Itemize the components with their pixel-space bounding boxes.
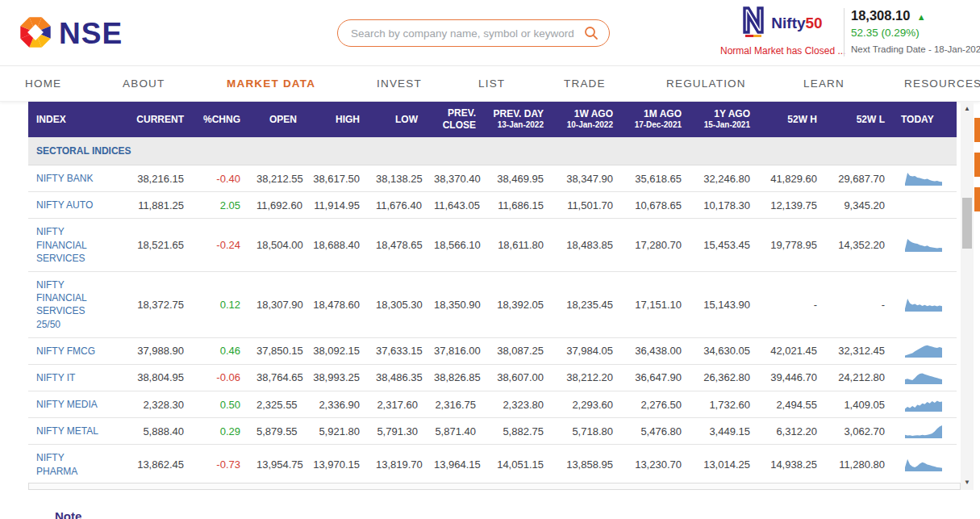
1m-ago-value: 13,230.70 xyxy=(621,445,690,483)
top-header: NSE Nifty50 Normal Market has Closed ... xyxy=(0,0,980,66)
table-row: NIFTY AUTO 11,881.25 2.05 11,692.60 11,9… xyxy=(28,192,957,219)
current-value: 18,372.75 xyxy=(115,271,192,337)
current-value: 13,862.45 xyxy=(115,445,192,483)
col-prev-day[interactable]: PREV. DAY13-Jan-2022 xyxy=(484,102,552,137)
high-value: 38,617.50 xyxy=(305,165,368,192)
52w-high-value: - xyxy=(758,271,825,337)
col-52w-l[interactable]: 52W L xyxy=(825,102,893,137)
table-header: INDEX CURRENT %CHNG OPEN HIGH LOW PREV. … xyxy=(28,102,957,137)
nav-trade[interactable]: TRADE xyxy=(564,77,606,90)
index-name-link[interactable]: NIFTY MEDIA xyxy=(28,391,115,418)
current-value: 38,216.15 xyxy=(115,165,192,192)
1w-ago-value: 37,984.05 xyxy=(552,337,621,364)
nav-regulation[interactable]: REGULATION xyxy=(666,77,746,90)
prev-day-value: 38,607.00 xyxy=(484,364,552,391)
index-quote: 18,308.10 ▲ 52.35 (0.29%) Next Trading D… xyxy=(851,8,978,54)
index-name-link[interactable]: NIFTY METAL xyxy=(28,418,115,445)
nifty50-logo-icon xyxy=(739,5,768,42)
open-value: 38,764.65 xyxy=(248,364,305,391)
table-row: NIFTY MEDIA 2,328.30 0.50 2,325.55 2,336… xyxy=(28,391,957,418)
index-name-link[interactable]: NIFTY BANK xyxy=(28,165,115,192)
1y-ago-value: 10,178.30 xyxy=(690,192,758,219)
52w-high-value: 2,494.55 xyxy=(758,391,825,418)
prev-day-value: 11,686.15 xyxy=(484,192,552,219)
1m-ago-value: 5,476.80 xyxy=(621,418,690,445)
1w-ago-value: 13,858.95 xyxy=(552,445,621,483)
nav-home[interactable]: HOME xyxy=(25,77,61,90)
col-1y-ago[interactable]: 1Y AGO15-Jan-2021 xyxy=(690,102,758,137)
high-value: 5,921.80 xyxy=(305,418,368,445)
index-name-link[interactable]: NIFTY FMCG xyxy=(28,337,115,364)
prev-close-value: 2,316.75 xyxy=(426,391,484,418)
current-value: 37,988.90 xyxy=(115,337,192,364)
index-name-link[interactable]: NIFTY PHARMA xyxy=(28,445,115,483)
scroll-down-icon[interactable]: ▼ xyxy=(961,477,974,488)
scroll-up-icon[interactable]: ▲ xyxy=(961,103,974,115)
side-panel-tab[interactable] xyxy=(974,118,980,142)
col-current[interactable]: CURRENT xyxy=(115,102,192,137)
open-value: 18,307.90 xyxy=(248,271,305,337)
side-panel-tab[interactable] xyxy=(974,187,980,211)
nav-invest[interactable]: INVEST xyxy=(377,77,422,90)
nifty50-widget[interactable]: Nifty50 Normal Market has Closed ... xyxy=(720,5,841,57)
52w-low-value: 3,062.70 xyxy=(825,418,893,445)
search-input[interactable] xyxy=(351,27,583,40)
side-panel-tab[interactable] xyxy=(974,153,980,177)
high-value: 13,970.15 xyxy=(305,445,368,483)
prev-close-value: 11,643.05 xyxy=(426,192,484,219)
current-value: 2,328.30 xyxy=(115,391,192,418)
pct-change: -0.73 xyxy=(192,445,248,483)
nav-resources[interactable]: RESOURCES xyxy=(904,77,980,90)
next-trading-date: Next Trading Date - 18-Jan-2022 xyxy=(851,44,978,54)
vertical-scrollbar[interactable]: ▲ ▼ xyxy=(961,102,974,490)
52w-low-value: - xyxy=(825,271,893,337)
col-prev-close[interactable]: PREV. CLOSE xyxy=(426,102,484,137)
nav-list[interactable]: LIST xyxy=(478,77,505,90)
search-icon[interactable] xyxy=(583,25,599,41)
table-body: SECTORAL INDICES NIFTY BANK 38,216.15 -0… xyxy=(28,137,957,483)
index-name-link[interactable]: NIFTY FINANCIAL SERVICES 25/50 xyxy=(28,271,115,337)
indices-table: INDEX CURRENT %CHNG OPEN HIGH LOW PREV. … xyxy=(28,102,957,483)
index-value: 18,308.10 xyxy=(851,8,910,23)
col-today[interactable]: TODAY xyxy=(893,102,957,137)
market-status-text: Normal Market has Closed ... xyxy=(720,45,841,57)
col-1m-ago[interactable]: 1M AGO17-Dec-2021 xyxy=(621,102,690,137)
52w-high-value: 6,312.20 xyxy=(758,418,825,445)
prev-day-value: 18,611.80 xyxy=(484,219,552,272)
prev-close-value: 38,370.40 xyxy=(426,165,484,192)
index-name-link[interactable]: NIFTY AUTO xyxy=(28,192,115,219)
index-name-link[interactable]: NIFTY IT xyxy=(28,364,115,391)
current-value: 5,888.40 xyxy=(115,418,192,445)
today-sparkline xyxy=(893,418,957,445)
col-low[interactable]: LOW xyxy=(368,102,426,137)
col-chng[interactable]: %CHNG xyxy=(192,102,248,137)
high-value: 18,478.60 xyxy=(305,271,368,337)
open-value: 2,325.55 xyxy=(248,391,305,418)
52w-high-value: 41,829.60 xyxy=(758,165,825,192)
1y-ago-value: 3,449.15 xyxy=(690,418,758,445)
scrollbar-thumb[interactable] xyxy=(962,198,972,249)
1w-ago-value: 38,212.20 xyxy=(552,364,621,391)
open-value: 18,504.00 xyxy=(248,219,305,272)
horizontal-scrollbar[interactable] xyxy=(28,483,961,490)
col-52w-h[interactable]: 52W H xyxy=(758,102,825,137)
today-sparkline xyxy=(893,337,957,364)
col-index[interactable]: INDEX xyxy=(28,102,115,137)
search-bar[interactable] xyxy=(337,19,610,47)
table-row: NIFTY FINANCIAL SERVICES 18,521.65 -0.24… xyxy=(28,219,957,272)
table-row: NIFTY IT 38,804.95 -0.06 38,764.65 38,99… xyxy=(28,364,957,391)
open-value: 11,692.60 xyxy=(248,192,305,219)
today-sparkline xyxy=(893,364,957,391)
pct-change: -0.24 xyxy=(192,219,248,272)
col-high[interactable]: HIGH xyxy=(305,102,368,137)
nav-about[interactable]: ABOUT xyxy=(123,77,165,90)
nav-market-data[interactable]: MARKET DATA xyxy=(227,77,315,90)
col-open[interactable]: OPEN xyxy=(248,102,305,137)
nse-logo[interactable]: NSE xyxy=(18,15,123,53)
col-1w-ago[interactable]: 1W AGO10-Jan-2022 xyxy=(552,102,621,137)
nav-learn[interactable]: LEARN xyxy=(803,77,844,90)
prev-close-value: 18,350.90 xyxy=(426,271,484,337)
index-name-link[interactable]: NIFTY FINANCIAL SERVICES xyxy=(28,219,115,272)
1y-ago-value: 34,630.05 xyxy=(690,337,758,364)
1m-ago-value: 17,151.10 xyxy=(621,271,690,337)
